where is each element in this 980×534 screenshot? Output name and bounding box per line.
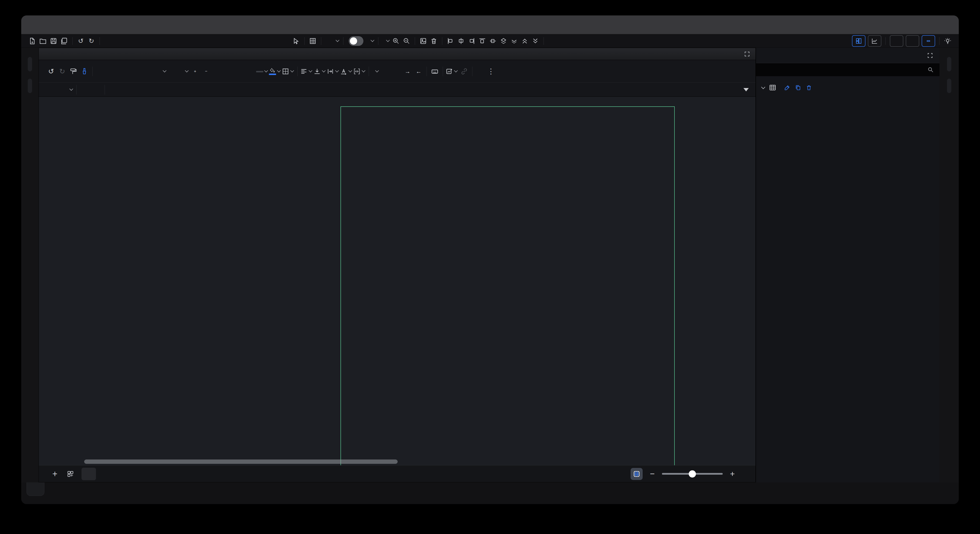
move-up-layer-icon[interactable] (519, 36, 530, 46)
add-sheet-button[interactable]: + (52, 469, 57, 479)
formula-bar (39, 83, 756, 97)
currency-format-button[interactable] (391, 65, 402, 78)
redo-button[interactable]: ↻ (86, 36, 97, 46)
decrease-font-button[interactable]: − (200, 65, 212, 78)
bold-button[interactable] (212, 65, 223, 78)
strikethrough-button[interactable] (245, 65, 256, 78)
export-image-icon[interactable] (418, 36, 428, 46)
expand-panel-icon[interactable] (744, 51, 750, 57)
text-rotate-button[interactable] (340, 65, 353, 78)
dataset-tree (756, 76, 940, 94)
chevron-down-icon[interactable] (386, 38, 390, 42)
undo-button[interactable]: ↺ (75, 36, 86, 46)
fullscreen-icon[interactable] (927, 53, 933, 59)
bound-range-outline (340, 106, 675, 465)
zoom-slider-thumb[interactable] (689, 470, 696, 478)
grid-view-icon[interactable] (307, 36, 318, 46)
align-center-h-icon[interactable] (456, 36, 466, 46)
dataset-search-input[interactable] (756, 63, 940, 76)
formula-bar-expand-icon[interactable] (743, 88, 749, 91)
dataset-panel-header (756, 48, 940, 63)
bring-to-front-icon[interactable] (498, 36, 509, 46)
underline-button[interactable] (234, 65, 245, 78)
font-size-select[interactable] (167, 71, 189, 72)
os-theme-button[interactable] (922, 35, 935, 47)
format-painter-icon[interactable] (68, 65, 79, 78)
format-toolbar: ↺ ↻ + − (39, 60, 756, 83)
tab-component-list[interactable] (28, 57, 32, 72)
save-as-button[interactable] (59, 36, 70, 46)
align-right-icon[interactable] (466, 36, 477, 46)
horizontal-align-button[interactable] (300, 65, 313, 78)
italic-button[interactable] (223, 65, 234, 78)
align-left-icon[interactable] (445, 36, 456, 46)
align-top-icon[interactable] (477, 36, 488, 46)
zoom-in-icon[interactable] (391, 36, 401, 46)
fill-color-swatch (269, 73, 276, 75)
copy-dataset-icon[interactable] (795, 84, 801, 91)
merge-cells-button[interactable] (353, 65, 366, 78)
canvas-tab[interactable] (27, 482, 45, 496)
chevron-down-icon (454, 69, 458, 73)
zoom-slider[interactable] (662, 473, 723, 475)
edit-dataset-icon[interactable] (784, 84, 791, 91)
pointer-tool-icon[interactable] (291, 36, 301, 46)
sheet-tab-active[interactable] (81, 468, 96, 480)
zoom-window-button[interactable] (49, 22, 55, 28)
link-icon[interactable] (459, 65, 470, 78)
new-file-button[interactable] (27, 36, 38, 46)
chevron-down-icon (309, 69, 312, 73)
sheet-list-icon[interactable] (57, 470, 74, 478)
zoom-in-button[interactable]: + (730, 469, 735, 478)
delete-icon[interactable] (428, 36, 439, 46)
collapse-chevron-icon[interactable] (761, 85, 765, 89)
font-color-button[interactable] (256, 65, 269, 78)
grid-toggle[interactable] (349, 36, 363, 46)
workspace: ↺ ↻ + − (21, 48, 959, 482)
vertical-align-button[interactable] (313, 65, 326, 78)
font-family-select[interactable] (95, 71, 167, 72)
minimize-window-button[interactable] (39, 22, 45, 28)
light-theme-icon[interactable] (942, 36, 953, 46)
chevron-down-icon[interactable] (371, 38, 374, 42)
brush-icon[interactable] (79, 65, 90, 78)
tab-property-list[interactable] (947, 57, 951, 72)
text-wrap-button[interactable] (326, 65, 340, 78)
open-file-button[interactable] (38, 36, 48, 46)
close-window-button[interactable] (29, 22, 35, 28)
insert-chart-button[interactable] (445, 65, 459, 78)
move-down-layer-icon[interactable] (530, 36, 541, 46)
increase-decimal-button[interactable]: → (402, 65, 413, 78)
tab-data-binding[interactable] (947, 79, 951, 93)
delete-dataset-icon[interactable] (806, 84, 812, 91)
redo-edit-button[interactable]: ↻ (57, 65, 68, 78)
percent-format-button[interactable] (380, 65, 391, 78)
cell-reference-box[interactable] (45, 89, 74, 90)
lang-zh-to-en-button[interactable] (890, 35, 903, 47)
lang-en-to-zh-button[interactable] (906, 35, 919, 47)
zoom-out-icon[interactable] (401, 36, 412, 46)
grid-toggle-button[interactable] (631, 468, 643, 480)
horizontal-scrollbar[interactable] (84, 459, 398, 464)
align-middle-v-icon[interactable] (488, 36, 498, 46)
top-toolbar: ↺ ↻ (21, 34, 959, 48)
chevron-down-icon (362, 69, 366, 73)
fill-color-button[interactable] (269, 65, 282, 78)
chart-mode-button[interactable] (868, 35, 881, 47)
chevron-down-icon[interactable] (336, 38, 339, 42)
dataset-panel (756, 48, 940, 482)
decrease-decimal-button[interactable]: ← (413, 65, 424, 78)
toolbar-right-cluster (851, 35, 953, 47)
dataset-node[interactable] (760, 81, 940, 94)
tab-layout-outline[interactable] (28, 79, 32, 93)
dashboard-mode-button[interactable] (852, 35, 865, 47)
increase-font-button[interactable]: + (189, 65, 200, 78)
zoom-out-button[interactable]: − (650, 469, 655, 478)
borders-button[interactable] (282, 65, 295, 78)
undo-edit-button[interactable]: ↺ (46, 65, 57, 78)
send-to-back-icon[interactable] (509, 36, 519, 46)
more-options-icon[interactable]: ⋮ (487, 67, 495, 75)
data-space-panel: ↺ ↻ + − (38, 48, 756, 482)
keyboard-icon[interactable] (429, 65, 440, 78)
save-button[interactable] (48, 36, 59, 46)
